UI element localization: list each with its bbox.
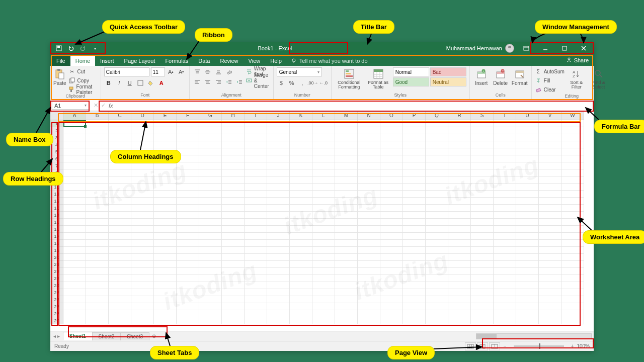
cell[interactable] — [335, 162, 358, 169]
cell[interactable] — [312, 184, 335, 191]
cell[interactable] — [471, 247, 494, 254]
cell[interactable] — [86, 310, 109, 317]
cell[interactable] — [63, 240, 86, 247]
align-left-icon[interactable] — [193, 77, 202, 86]
cell[interactable] — [222, 191, 245, 198]
zoom-out-button[interactable]: − — [504, 343, 507, 349]
cell[interactable] — [494, 310, 516, 317]
cell[interactable] — [561, 191, 584, 198]
cell[interactable] — [494, 226, 516, 233]
cell[interactable] — [222, 155, 245, 162]
cell[interactable] — [312, 275, 335, 282]
cell[interactable] — [131, 289, 154, 296]
cell[interactable] — [561, 198, 584, 205]
column-head[interactable]: F — [177, 111, 199, 120]
cell[interactable] — [539, 289, 561, 296]
column-head[interactable]: D — [131, 111, 154, 120]
cell[interactable] — [494, 141, 516, 148]
align-middle-icon[interactable] — [203, 67, 212, 76]
tab-review[interactable]: Review — [215, 56, 243, 66]
row-head[interactable]: 22 — [50, 268, 63, 275]
cell[interactable] — [290, 120, 312, 127]
column-head[interactable]: T — [494, 111, 516, 120]
cell[interactable] — [335, 134, 358, 141]
cell[interactable] — [516, 141, 539, 148]
new-sheet-button[interactable]: ⊕ — [149, 333, 159, 339]
cell[interactable] — [539, 162, 561, 169]
cell[interactable] — [426, 226, 448, 233]
cell[interactable] — [516, 254, 539, 261]
cell[interactable] — [63, 169, 86, 176]
cell[interactable] — [335, 219, 358, 226]
cell[interactable] — [290, 205, 312, 212]
cell[interactable] — [86, 254, 109, 261]
cell[interactable] — [335, 176, 358, 184]
cell[interactable] — [131, 296, 154, 303]
cell[interactable] — [177, 226, 199, 233]
cell[interactable] — [471, 191, 494, 198]
cell[interactable] — [380, 176, 403, 184]
row-head[interactable]: 12 — [50, 198, 63, 205]
cell[interactable] — [312, 191, 335, 198]
cell[interactable] — [380, 205, 403, 212]
cell[interactable] — [131, 176, 154, 184]
minimize-button[interactable] — [538, 42, 552, 54]
row-head[interactable]: 20 — [50, 254, 63, 261]
cell[interactable] — [403, 310, 426, 317]
cell[interactable] — [290, 169, 312, 176]
cell[interactable] — [245, 120, 267, 127]
cell[interactable] — [358, 240, 380, 247]
cell[interactable] — [448, 275, 471, 282]
cell[interactable] — [290, 127, 312, 134]
cell[interactable] — [245, 254, 267, 261]
undo-icon[interactable] — [67, 45, 74, 52]
cell[interactable] — [539, 191, 561, 198]
cell[interactable] — [539, 141, 561, 148]
cell[interactable] — [177, 275, 199, 282]
cell[interactable] — [63, 148, 86, 155]
cell[interactable] — [290, 176, 312, 184]
percent-icon[interactable]: % — [287, 78, 296, 87]
cell[interactable] — [448, 317, 471, 324]
delete-cells-button[interactable]: Delete — [492, 67, 509, 86]
cell[interactable] — [561, 303, 584, 310]
cell[interactable] — [131, 261, 154, 268]
cell[interactable] — [380, 198, 403, 205]
cell[interactable] — [63, 233, 86, 240]
cell[interactable] — [312, 127, 335, 134]
cell[interactable] — [290, 289, 312, 296]
cell[interactable] — [199, 198, 222, 205]
cell[interactable] — [154, 127, 177, 134]
cell[interactable] — [222, 275, 245, 282]
cell[interactable] — [109, 191, 131, 198]
cell[interactable] — [335, 296, 358, 303]
cell[interactable] — [380, 296, 403, 303]
cell[interactable] — [426, 233, 448, 240]
cell[interactable] — [516, 205, 539, 212]
cell[interactable] — [426, 317, 448, 324]
cell[interactable] — [177, 169, 199, 176]
cell[interactable] — [448, 289, 471, 296]
zoom-in-button[interactable]: + — [571, 343, 574, 349]
tab-formulas[interactable]: Formulas — [160, 56, 193, 66]
cell[interactable] — [63, 254, 86, 261]
cell[interactable] — [154, 261, 177, 268]
borders-icon[interactable] — [136, 78, 145, 87]
cell[interactable] — [380, 191, 403, 198]
cell[interactable] — [403, 254, 426, 261]
cell[interactable] — [86, 219, 109, 226]
cell[interactable] — [177, 233, 199, 240]
cell[interactable] — [358, 219, 380, 226]
cell[interactable] — [335, 247, 358, 254]
cell[interactable] — [154, 233, 177, 240]
cell[interactable] — [561, 184, 584, 191]
cell[interactable] — [199, 155, 222, 162]
cell[interactable] — [199, 184, 222, 191]
cell[interactable] — [290, 233, 312, 240]
cell[interactable] — [245, 275, 267, 282]
cell[interactable] — [516, 155, 539, 162]
cell[interactable] — [86, 184, 109, 191]
select-all-corner[interactable] — [50, 111, 63, 120]
cell[interactable] — [494, 169, 516, 176]
style-neutral[interactable]: Neutral — [430, 77, 466, 86]
